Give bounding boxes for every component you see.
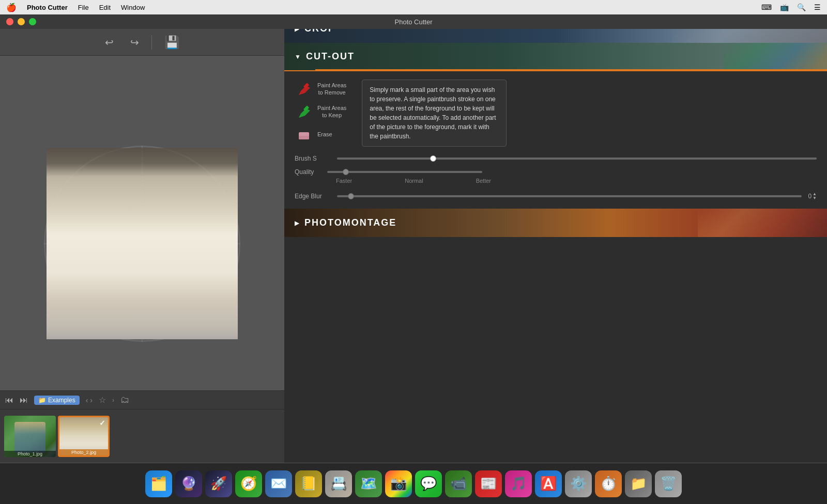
menubar-list-icon[interactable]: ☰ — [814, 3, 821, 11]
menubar-icon-1: ⌨ — [761, 3, 772, 11]
menubar-search-icon[interactable]: 🔍 — [797, 3, 806, 11]
tool-remove-icon — [295, 80, 313, 98]
quality-tick-0: Faster — [336, 178, 352, 184]
quality-tick-1: Normal — [405, 178, 423, 184]
dock-item-finder[interactable]: 📁 — [625, 470, 652, 497]
tooltip-text: Simply mark a small part of the area you… — [370, 86, 496, 140]
menubar-window[interactable]: Window — [121, 4, 145, 11]
thumbnail-1-label: Photo_1.jpg — [4, 451, 56, 457]
menubar-edit[interactable]: Edit — [99, 4, 111, 11]
photomontage-expand-icon: ▶ — [295, 219, 299, 227]
save-button[interactable]: 💾 — [160, 33, 184, 52]
tool-keep-icon — [295, 102, 313, 121]
photomontage-section[interactable]: ▶ PHOTOMONTAGE — [284, 209, 827, 237]
photomontage-section-title: PHOTOMONTAGE — [304, 217, 396, 228]
dock-item-maps[interactable]: 🗺️ — [355, 470, 382, 497]
redo-button[interactable]: ↪ — [126, 34, 143, 51]
quality-slider[interactable] — [327, 171, 482, 173]
thumbnail-list: Photo_1.jpg ✓ Photo_2.jpg — [0, 410, 284, 463]
brush-slider-track — [337, 158, 817, 160]
dock-item-mail[interactable]: ✉️ — [265, 470, 292, 497]
tool-remove-label: Paint Areasto Remove — [317, 82, 346, 97]
edge-blur-stepper[interactable]: ▲ ▼ — [813, 192, 817, 200]
brush-slider-thumb — [430, 155, 436, 162]
quality-label: Quality — [295, 168, 323, 176]
close-button[interactable] — [6, 18, 13, 25]
window-title: Photo Cutter — [395, 18, 433, 26]
tool-keep[interactable]: Paint Areasto Keep — [295, 102, 346, 121]
edge-blur-down[interactable]: ▼ — [813, 196, 817, 200]
thumbnail-bar: ⏮ ⏭ 📁 Examples ‹ › ☆ › 🗂 Photo_1.jpg ✓ P… — [0, 390, 284, 463]
menubar-icon-2: 📺 — [780, 3, 789, 11]
dock-item-facetime[interactable]: 📹 — [445, 470, 472, 497]
dock-item-news[interactable]: 📰 — [475, 470, 502, 497]
tool-erase[interactable]: Erase — [295, 125, 346, 144]
menubar: 🍎 Photo Cutter File Edit Window ⌨ 📺 🔍 ☰ — [0, 0, 827, 14]
brush-size-slider[interactable] — [337, 158, 817, 160]
green-brush-icon — [296, 103, 312, 120]
thumbnail-2-check: ✓ — [99, 419, 105, 427]
thumbnail-item-1[interactable]: Photo_1.jpg — [4, 416, 56, 457]
tooltip-box: Simply mark a small part of the area you… — [362, 80, 507, 147]
right-panel: ▶ CROP ▼ CUT-OUT — [284, 14, 827, 463]
dock: 🗂️🔮🚀🧭✉️📒📇🗺️📸💬📹📰🎵🅰️⚙️⏱️📁🗑️ — [0, 463, 827, 504]
window-titlebar: Photo Cutter — [0, 14, 827, 29]
folder-label[interactable]: 📁 Examples — [34, 396, 80, 405]
cutout-active-indicator — [315, 69, 827, 70]
dock-item-notes[interactable]: 📒 — [295, 470, 322, 497]
maximize-button[interactable] — [29, 18, 36, 25]
apple-menu[interactable]: 🍎 — [6, 3, 17, 12]
edge-blur-value: 0 ▲ ▼ — [808, 192, 817, 200]
cutout-controls: Paint Areasto Remove Paint Areasto Keep — [284, 71, 827, 209]
quality-slider-thumb — [343, 169, 349, 175]
nav-next-button[interactable]: › — [90, 396, 93, 404]
favorite-button[interactable]: ☆ — [99, 395, 106, 405]
thumbnail-2-label: Photo_2.jpg — [59, 449, 108, 455]
cutout-expand-icon: ▼ — [295, 53, 301, 60]
eraser-icon — [296, 126, 312, 143]
nav-first-button[interactable]: ⏮ — [5, 396, 13, 405]
nav-last-button[interactable]: ⏭ — [20, 396, 28, 405]
dock-item-photos[interactable]: 📸 — [385, 470, 412, 497]
thumbnail-nav: ⏮ ⏭ 📁 Examples ‹ › ☆ › 🗂 — [0, 391, 284, 410]
edge-blur-row: Edge Blur 0 ▲ ▼ — [295, 192, 817, 200]
undo-button[interactable]: ↩ — [101, 34, 118, 51]
menubar-app-title[interactable]: Photo Cutter — [27, 4, 68, 11]
dock-item-timing[interactable]: ⏱️ — [595, 470, 622, 497]
toolbar: ↩ ↪ 💾 — [0, 29, 284, 56]
tool-erase-label: Erase — [317, 131, 332, 138]
tools-and-tooltip: Paint Areasto Remove Paint Areasto Keep — [295, 80, 817, 147]
nav-arrows: ‹ › — [86, 396, 93, 404]
cutout-header[interactable]: ▼ CUT-OUT — [284, 43, 827, 71]
thumbnail-item-2[interactable]: ✓ Photo_2.jpg — [58, 416, 110, 457]
dock-item-safari[interactable]: 🧭 — [235, 470, 262, 497]
svg-rect-5 — [299, 136, 309, 139]
dock-item-launchpad[interactable]: 🚀 — [205, 470, 232, 497]
tool-erase-icon — [295, 125, 313, 144]
dock-item-music[interactable]: 🎵 — [505, 470, 532, 497]
main-photo[interactable] — [47, 148, 238, 339]
folder-icon: 📁 — [38, 397, 46, 404]
folder-browse-button[interactable]: 🗂 — [120, 395, 130, 405]
photomontage-section-header: ▶ PHOTOMONTAGE — [284, 209, 827, 237]
brush-size-row: Brush S — [295, 155, 817, 162]
edge-blur-slider[interactable] — [337, 195, 802, 197]
toolbar-divider — [151, 35, 152, 50]
quality-section: Quality Faster Normal Better — [295, 168, 817, 184]
cutout-section: ▼ CUT-OUT — [284, 43, 827, 209]
dock-item-messages[interactable]: 💬 — [415, 470, 442, 497]
tool-remove[interactable]: Paint Areasto Remove — [295, 80, 346, 98]
canvas-background[interactable] — [0, 56, 284, 432]
dock-item-contacts[interactable]: 📇 — [325, 470, 352, 497]
minimize-button[interactable] — [18, 18, 25, 25]
dock-item-app-store[interactable]: 🅰️ — [535, 470, 562, 497]
nav-right-arrow[interactable]: › — [112, 397, 114, 404]
nav-prev-button[interactable]: ‹ — [86, 396, 88, 404]
dock-item-finder[interactable]: 🗂️ — [145, 470, 172, 497]
menubar-right-icons: ⌨ 📺 🔍 ☰ — [761, 3, 821, 11]
dock-item-system-preferences[interactable]: ⚙️ — [565, 470, 592, 497]
dock-item-trash[interactable]: 🗑️ — [655, 470, 682, 497]
menubar-file[interactable]: File — [78, 4, 89, 11]
quality-ticks: Faster Normal Better — [295, 178, 491, 184]
dock-item-siri[interactable]: 🔮 — [175, 470, 202, 497]
